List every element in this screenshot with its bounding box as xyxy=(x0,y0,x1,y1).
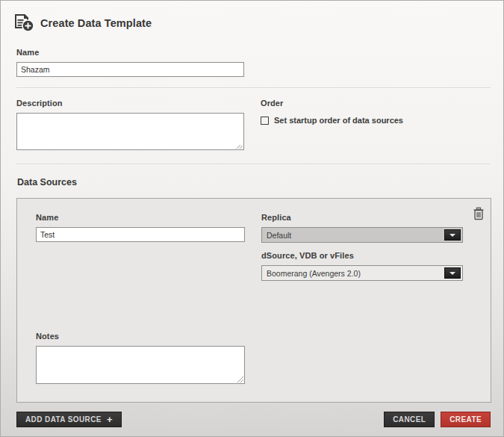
replica-select[interactable]: Default xyxy=(261,227,463,243)
dialog-header: Create Data Template xyxy=(14,14,491,32)
plus-icon: + xyxy=(107,415,113,424)
dropdown-button[interactable] xyxy=(444,229,461,241)
startup-order-checkbox-row[interactable]: Set startup order of data sources xyxy=(261,116,462,125)
document-add-icon xyxy=(14,14,34,32)
data-source-card: Name Replica Default dSource, VDB or vFi… xyxy=(16,198,491,403)
data-sources-heading: Data Sources xyxy=(17,177,491,187)
divider xyxy=(16,87,491,89)
order-label: Order xyxy=(261,99,462,108)
dropdown-button[interactable] xyxy=(444,267,461,279)
dialog-title: Create Data Template xyxy=(40,17,152,29)
dsource-selected-value: Boomerang (Avengers 2.0) xyxy=(262,269,462,278)
name-label: Name xyxy=(16,48,491,57)
description-label: Description xyxy=(16,99,244,108)
source-name-label: Name xyxy=(36,213,245,222)
chevron-down-icon xyxy=(449,272,455,275)
add-data-source-button[interactable]: ADD DATA SOURCE + xyxy=(16,412,122,427)
replica-label: Replica xyxy=(261,213,463,222)
startup-order-checkbox[interactable] xyxy=(261,117,269,125)
source-name-input[interactable] xyxy=(36,227,245,242)
dsource-select[interactable]: Boomerang (Avengers 2.0) xyxy=(261,265,463,281)
chevron-down-icon xyxy=(449,234,455,237)
create-button[interactable]: CREATE xyxy=(441,412,491,427)
replica-selected-value: Default xyxy=(262,231,462,240)
description-textarea[interactable] xyxy=(16,113,244,150)
add-data-source-label: ADD DATA SOURCE xyxy=(25,415,102,424)
dialog-footer: ADD DATA SOURCE + CANCEL CREATE xyxy=(16,412,491,427)
divider xyxy=(16,164,491,165)
cancel-button[interactable]: CANCEL xyxy=(384,412,435,427)
trash-icon[interactable] xyxy=(473,207,485,220)
name-input[interactable] xyxy=(16,62,244,77)
dsource-label: dSource, VDB or vFiles xyxy=(261,251,463,260)
notes-label: Notes xyxy=(36,332,473,341)
startup-order-checkbox-label: Set startup order of data sources xyxy=(274,116,403,125)
create-data-template-dialog: Create Data Template Name Description Or… xyxy=(0,0,504,437)
notes-textarea[interactable] xyxy=(36,346,245,384)
